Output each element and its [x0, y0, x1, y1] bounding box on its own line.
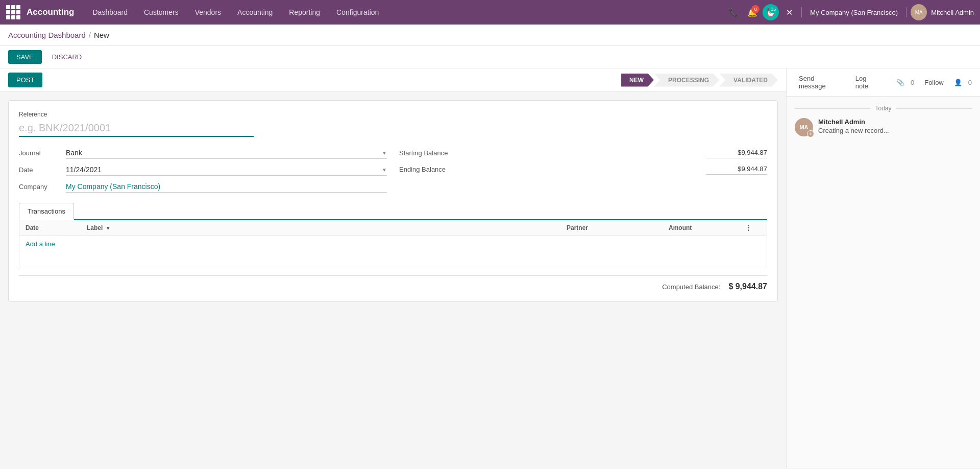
save-button[interactable]: SAVE	[8, 50, 42, 64]
computed-balance-value: $ 9,944.87	[728, 282, 767, 291]
post-button[interactable]: POST	[8, 73, 42, 87]
app-grid-icon[interactable]	[6, 5, 20, 19]
journal-value[interactable]: Bank ▼	[66, 147, 387, 159]
form-action-bar: POST NEW PROCESSING VALIDATED	[0, 68, 786, 92]
company-label: Company	[19, 183, 60, 191]
nav-item-customers[interactable]: Customers	[138, 0, 185, 25]
nav-item-vendors[interactable]: Vendors	[189, 0, 227, 25]
message-username: Mitchell Admin	[818, 118, 972, 126]
starting-balance-label: Starting Balance	[399, 149, 448, 157]
content-area: POST NEW PROCESSING VALIDATED Reference	[0, 68, 786, 468]
date-field: Date 11/24/2021 ▼	[19, 164, 387, 176]
computed-balance-row: Computed Balance: $ 9,944.87	[19, 275, 767, 291]
activity-badge: 35	[769, 5, 778, 13]
date-label: Date	[19, 166, 60, 174]
right-panel: Send message Log note 📎 0 Follow 👤 0 Tod…	[786, 68, 980, 468]
ending-balance-label: Ending Balance	[399, 166, 446, 173]
label-sort-icon[interactable]: ▼	[106, 225, 111, 231]
tab-header: Transactions	[19, 203, 767, 220]
top-navigation: Accounting Dashboard Customers Vendors A…	[0, 0, 980, 25]
date-dropdown-arrow: ▼	[382, 167, 387, 173]
message-avatar-wrap: MA ✈	[795, 118, 813, 136]
company-value[interactable]: My Company (San Francisco)	[66, 181, 387, 193]
transactions-table: Date Label ▼ Partner Amount ⋮ Add a line	[19, 220, 767, 267]
notification-icon[interactable]: 🔔 8	[744, 4, 761, 20]
phone-icon[interactable]: 📞	[726, 4, 742, 20]
breadcrumb-current: New	[94, 31, 109, 39]
col-amount: Amount	[669, 224, 745, 231]
ending-balance-row: Ending Balance $9,944.87	[399, 163, 767, 175]
nav-item-dashboard[interactable]: Dashboard	[87, 0, 134, 25]
date-value[interactable]: 11/24/2021 ▼	[66, 164, 387, 176]
activity-icon[interactable]: ⏰ 35	[763, 4, 779, 20]
status-step-processing[interactable]: PROCESSING	[654, 74, 719, 87]
app-brand: Accounting	[27, 7, 75, 17]
company-name[interactable]: My Company (San Francisco)	[810, 9, 898, 16]
breadcrumb-separator: /	[89, 31, 91, 39]
follow-button[interactable]: Follow	[920, 77, 948, 88]
form-fields-row: Journal Bank ▼ Date 11/24/2021 ▼	[19, 147, 767, 193]
attachment-count: 0	[911, 79, 914, 86]
message-status-icon: ✈	[807, 130, 814, 137]
breadcrumb-parent[interactable]: Accounting Dashboard	[8, 31, 86, 39]
right-panel-header: Send message Log note 📎 0 Follow 👤 0	[787, 68, 980, 97]
col-label: Label ▼	[87, 224, 567, 231]
breadcrumb: Accounting Dashboard / New	[0, 25, 980, 46]
journal-dropdown-arrow: ▼	[382, 150, 387, 156]
table-header: Date Label ▼ Partner Amount ⋮	[19, 220, 767, 236]
close-icon[interactable]: ✕	[781, 4, 797, 20]
action-bar: SAVE DISCARD	[0, 46, 980, 68]
col-date: Date	[26, 224, 87, 231]
nav-divider	[801, 7, 802, 17]
right-fields: Starting Balance $9,944.87 Ending Balanc…	[399, 147, 767, 193]
reference-label: Reference	[19, 111, 767, 118]
reference-input[interactable]	[19, 120, 254, 137]
nav-item-accounting[interactable]: Accounting	[231, 0, 279, 25]
status-step-validated[interactable]: VALIDATED	[719, 74, 778, 87]
col-partner: Partner	[567, 224, 669, 231]
nav-divider-2	[906, 7, 906, 17]
follower-icon: 👤	[954, 79, 962, 86]
notification-badge: 8	[751, 5, 760, 13]
ending-balance-value: $9,944.87	[706, 163, 767, 175]
form-card: Reference Journal Bank ▼ Date	[8, 100, 778, 302]
main-layout: POST NEW PROCESSING VALIDATED Reference	[0, 68, 980, 468]
journal-field: Journal Bank ▼	[19, 147, 387, 159]
table-body: Add a line	[19, 236, 767, 267]
tab-transactions[interactable]: Transactions	[19, 203, 74, 220]
company-field: Company My Company (San Francisco)	[19, 181, 387, 193]
nav-item-reporting[interactable]: Reporting	[283, 0, 326, 25]
add-line-button[interactable]: Add a line	[19, 236, 767, 252]
user-avatar[interactable]: MA	[911, 4, 927, 20]
status-step-new[interactable]: NEW	[621, 74, 654, 87]
attachment-icon: 📎	[896, 79, 904, 86]
left-fields: Journal Bank ▼ Date 11/24/2021 ▼	[19, 147, 387, 193]
follower-count: 0	[968, 79, 972, 86]
user-name: Mitchell Admin	[931, 9, 974, 16]
tab-section: Transactions Date Label ▼ Partner Amount…	[19, 203, 767, 267]
log-note-button[interactable]: Log note	[851, 73, 884, 92]
message-item: MA ✈ Mitchell Admin Creating a new recor…	[795, 118, 972, 136]
starting-balance-row: Starting Balance $9,944.87	[399, 147, 767, 158]
nav-item-configuration[interactable]: Configuration	[330, 0, 385, 25]
right-panel-content: Today MA ✈ Mitchell Admin Creating a new…	[787, 97, 980, 468]
status-pipeline: NEW PROCESSING VALIDATED	[621, 74, 778, 87]
reference-field-group: Reference	[19, 111, 767, 137]
message-body: Mitchell Admin Creating a new record...	[818, 118, 972, 136]
today-divider: Today	[795, 105, 972, 112]
col-options[interactable]: ⋮	[745, 224, 761, 231]
message-text: Creating a new record...	[818, 127, 972, 134]
discard-button[interactable]: DISCARD	[46, 50, 88, 64]
send-message-button[interactable]: Send message	[795, 73, 845, 92]
journal-label: Journal	[19, 149, 60, 157]
computed-balance-label: Computed Balance:	[662, 283, 720, 291]
starting-balance-value: $9,944.87	[706, 147, 767, 158]
panel-meta: 📎 0 Follow 👤 0	[896, 77, 972, 88]
